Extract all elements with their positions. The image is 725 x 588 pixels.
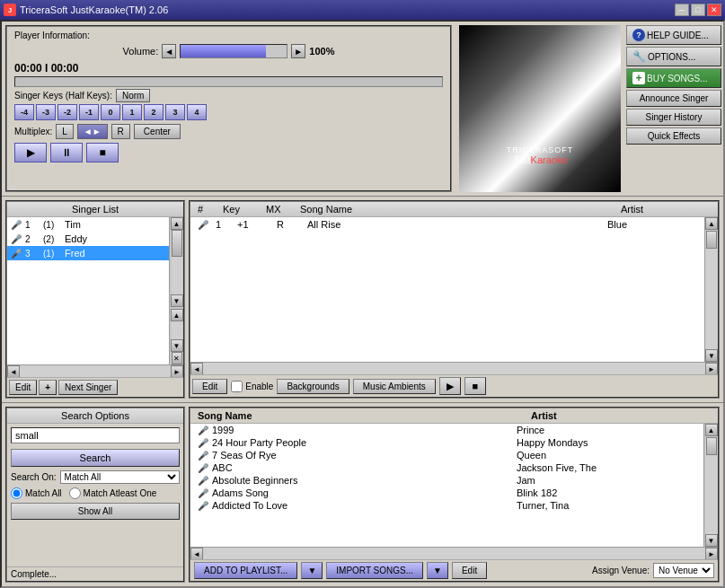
multiplex-l-button[interactable]: L [56, 124, 74, 139]
volume-slider[interactable] [180, 44, 287, 58]
search-button[interactable]: Search [11, 449, 180, 467]
playlist-content: 🎤 1 +1 R All Rise Blue [190, 217, 704, 362]
volume-row: Volume: ◄ ► 100% [14, 44, 443, 58]
stop-button[interactable]: ■ [86, 143, 119, 162]
singer-row[interactable]: 🎤 2 (2) Eddy [7, 232, 169, 246]
maximize-button[interactable]: □ [691, 4, 705, 16]
key-neg4-button[interactable]: -4 [14, 104, 34, 120]
library-edit-button[interactable]: Edit [452, 562, 487, 579]
playlist-play-button[interactable]: ▶ [439, 377, 461, 395]
scroll-up-button[interactable]: ▲ [171, 217, 183, 230]
announce-singer-button[interactable]: Announce Singer [626, 90, 721, 107]
sort-down-button[interactable]: ▼ [171, 339, 183, 352]
library-scroll-thumb[interactable] [706, 437, 717, 455]
key-neg2-button[interactable]: -2 [57, 104, 77, 120]
singer-row[interactable]: 🎤 1 (1) Tim [7, 217, 169, 232]
next-singer-button[interactable]: Next Singer [58, 380, 118, 395]
playlist-col-artist: Artist [621, 204, 711, 215]
add-to-playlist-button[interactable]: ADD TO PLAYLIST... [194, 562, 297, 579]
scroll-down-button[interactable]: ▼ [171, 294, 183, 307]
key-pos4-button[interactable]: 4 [187, 104, 207, 120]
singer-row-selected[interactable]: 🎤 3 (1) Fred [7, 246, 169, 260]
pause-button[interactable]: ⏸ [50, 143, 83, 162]
key-0-button[interactable]: 0 [101, 104, 120, 120]
search-input[interactable] [11, 427, 180, 443]
show-all-button[interactable]: Show All [11, 503, 180, 520]
norm-button[interactable]: Norm [116, 89, 150, 102]
import-songs-arrow[interactable]: ▼ [427, 562, 448, 579]
search-on-select[interactable]: Match All Song Name Artist Number [60, 470, 180, 484]
quick-effects-button[interactable]: Quick Effects [626, 127, 721, 145]
key-neg1-button[interactable]: -1 [79, 104, 99, 120]
remove-singer-button[interactable]: ✕ [172, 352, 182, 364]
scroll-thumb-playlist[interactable] [706, 231, 717, 249]
lib-row[interactable]: 🎤Absolute Beginners Jam [190, 474, 703, 487]
volume-down-button[interactable]: ◄ [162, 44, 176, 58]
progress-bar[interactable] [14, 76, 443, 87]
lib-row[interactable]: 🎤Addicted To Love Turner, Tina [190, 499, 703, 512]
backgrounds-button[interactable]: Backgrounds [277, 379, 349, 394]
add-to-playlist-arrow[interactable]: ▼ [301, 562, 323, 579]
scroll-thumb[interactable] [172, 230, 182, 257]
hscroll-right-singer[interactable]: ► [171, 365, 183, 378]
hscroll-left-playlist[interactable]: ◄ [190, 363, 203, 375]
lib-col-name-header: Song Name [198, 410, 531, 421]
hscroll-right-playlist[interactable]: ► [705, 363, 718, 375]
center-button[interactable]: Center [134, 124, 181, 139]
import-songs-button[interactable]: IMPORT SONGS... [326, 562, 423, 579]
playlist-header: # Key MX Song Name Artist [190, 202, 718, 217]
enable-checkbox[interactable] [231, 381, 243, 392]
main-window: Player Information: Volume: ◄ ► 100% 00:… [0, 20, 725, 588]
sort-up-button[interactable]: ▲ [171, 309, 183, 321]
hscroll-left-singer[interactable]: ◄ [7, 365, 20, 378]
multiplex-label: Multiplex: [14, 127, 52, 136]
multiplex-mid-button[interactable]: ◄► [77, 124, 108, 139]
music-icon: 🎤 [198, 426, 208, 435]
assign-venue-select[interactable]: No Venue [653, 563, 714, 578]
playlist-edit-button[interactable]: Edit [192, 379, 227, 394]
singer-history-button[interactable]: Singer History [626, 109, 721, 126]
buy-songs-button[interactable]: + BUY SONGS... [626, 68, 721, 88]
music-icon: 🎤 [198, 438, 208, 448]
lib-row[interactable]: 🎤7 Seas Of Rye Queen [190, 449, 703, 461]
library-scrollbar[interactable]: ▲ ▼ [703, 424, 718, 547]
library-content: 🎤1999 Prince 🎤24 Hour Party People Happy… [190, 424, 703, 547]
search-panel: Search Options Search Search On: Match A… [5, 407, 185, 583]
singer-add-button[interactable]: + [39, 380, 57, 395]
playlist-scrollbar[interactable]: ▲ ▼ [704, 217, 718, 362]
lib-row[interactable]: 🎤1999 Prince [190, 424, 703, 436]
library-scroll-up[interactable]: ▲ [705, 424, 718, 436]
play-button[interactable]: ▶ [14, 143, 47, 162]
key-neg3-button[interactable]: -3 [36, 104, 56, 120]
singer-edit-button[interactable]: Edit [9, 380, 37, 395]
playlist-row[interactable]: 🎤 1 +1 R All Rise Blue [190, 217, 704, 232]
lib-row[interactable]: 🎤ABC Jackson Five, The [190, 461, 703, 474]
music-ambients-button[interactable]: Music Ambients [353, 379, 436, 394]
library-hscroll-track [203, 548, 705, 559]
time-display: 00:00 I 00:00 [14, 62, 443, 75]
library-hscroll-right[interactable]: ► [705, 548, 718, 560]
library-hscroll-left[interactable]: ◄ [190, 548, 203, 560]
lib-row[interactable]: 🎤Adams Song Blink 182 [190, 487, 703, 499]
playlist-col-key: Key [223, 204, 259, 215]
key-pos2-button[interactable]: 2 [144, 104, 164, 120]
close-button[interactable]: ✕ [707, 4, 721, 16]
key-pos3-button[interactable]: 3 [165, 104, 185, 120]
library-panel: Song Name Artist 🎤1999 Prince 🎤24 Hour P… [189, 407, 720, 583]
scroll-down-playlist[interactable]: ▼ [705, 349, 718, 362]
minimize-button[interactable]: ─ [675, 4, 689, 16]
multiplex-r-button[interactable]: R [111, 124, 130, 139]
options-button[interactable]: 🔧 OPTIONS... [626, 47, 721, 66]
lib-row[interactable]: 🎤24 Hour Party People Happy Mondays [190, 436, 703, 449]
match-atleast-radio[interactable]: Match Atleast One [69, 487, 157, 499]
logo-justkaraoke: JustKaraoke [507, 154, 574, 165]
wrench-icon: 🔧 [632, 50, 646, 63]
playlist-stop-button[interactable]: ■ [464, 377, 486, 395]
help-guide-button[interactable]: ? HELP GUIDE... [626, 25, 721, 45]
library-scroll-down[interactable]: ▼ [705, 534, 718, 547]
volume-up-button[interactable]: ► [291, 44, 305, 58]
singer-scrollbar[interactable]: ▲ ▼ ▲ ▼ ✕ [169, 217, 183, 364]
key-pos1-button[interactable]: 1 [122, 104, 142, 120]
scroll-up-playlist[interactable]: ▲ [705, 217, 718, 230]
match-all-radio[interactable]: Match All [11, 487, 62, 499]
